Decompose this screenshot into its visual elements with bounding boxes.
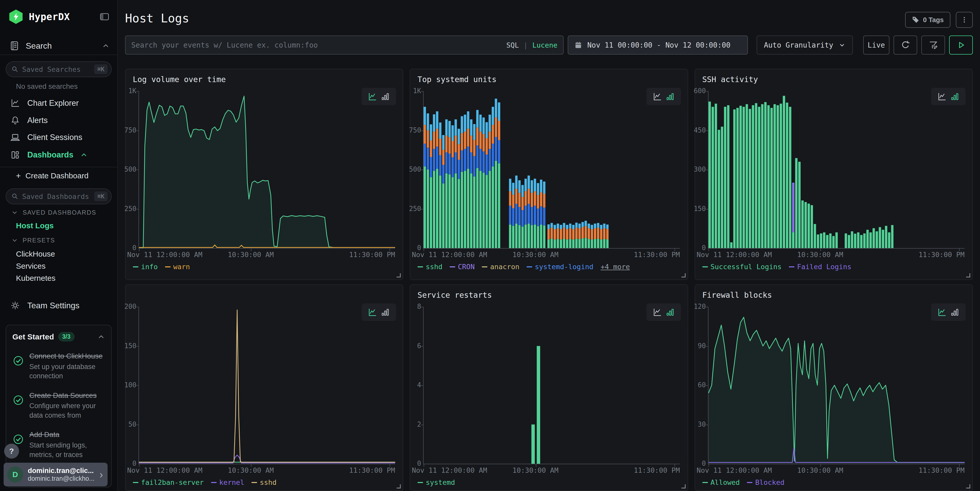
x-tick-label: 10:30:00 AM <box>797 251 843 259</box>
hyperdx-logo-icon <box>9 10 23 24</box>
chevron-down-icon <box>838 41 846 49</box>
legend-item[interactable]: CRON <box>450 263 474 271</box>
x-axis-labels: Nov 11 12:00:00 AM10:30:00 AM11:30:00 PM <box>708 466 964 475</box>
legend-more-link[interactable]: +4 more <box>601 263 630 271</box>
x-tick-label: 10:30:00 AM <box>512 466 558 474</box>
sidebar-item-dashboards[interactable]: Dashboards <box>10 147 110 163</box>
sidebar-item-search[interactable]: Search <box>9 38 110 53</box>
create-dashboard-label: Create Dashboard <box>25 172 89 180</box>
legend-item[interactable]: sshd <box>251 478 277 486</box>
chart-title: Top systemd units <box>417 75 496 84</box>
sidebar-item-label: Client Sessions <box>27 133 82 142</box>
filter-edit-icon <box>929 40 938 50</box>
section-presets[interactable]: PRESETS <box>11 237 110 244</box>
y-axis-labels: 1K7505002500 <box>126 91 137 248</box>
y-tick-mark <box>421 130 423 131</box>
user-email: dominic.tran@clickho... <box>28 475 95 482</box>
tags-button[interactable]: 0 Tags <box>905 12 950 28</box>
y-tick-mark <box>137 346 139 346</box>
get-started-item[interactable]: Connect to ClickHouse Set up your databa… <box>12 351 105 381</box>
legend-item[interactable]: systemd <box>417 478 455 486</box>
chart-plot[interactable] <box>708 307 964 464</box>
legend-item[interactable]: info <box>133 263 158 271</box>
legend-swatch <box>789 266 794 267</box>
y-tick-label: 150 <box>694 205 706 213</box>
resize-handle-icon[interactable] <box>966 484 970 488</box>
lucene-mode-toggle[interactable]: Lucene <box>532 41 557 49</box>
resize-handle-icon[interactable] <box>681 273 686 277</box>
legend-item[interactable]: Allowed <box>702 478 740 486</box>
legend-item[interactable]: Successful Logins <box>702 263 781 271</box>
create-dashboard-button[interactable]: + Create Dashboard <box>16 169 110 182</box>
legend-item[interactable]: anacron <box>482 263 519 271</box>
get-started-item[interactable]: Add Data Start sending logs, metrics, or… <box>12 430 105 459</box>
y-tick-mark <box>706 91 708 92</box>
chart-plot[interactable] <box>708 91 964 249</box>
refresh-button[interactable] <box>894 35 917 54</box>
chart-plot[interactable] <box>423 91 680 249</box>
chevron-up-icon[interactable] <box>102 42 110 50</box>
get-started-item[interactable]: Create Data Sources Configure where your… <box>12 391 105 420</box>
legend-item[interactable]: kernel <box>211 478 245 486</box>
sidebar-item-alerts[interactable]: Alerts <box>10 113 110 129</box>
chart-explorer-icon <box>10 98 21 108</box>
dashboard-menu-button[interactable] <box>956 12 973 28</box>
legend-item[interactable]: Failed Logins <box>789 263 851 271</box>
time-range-picker[interactable]: Nov 11 00:00:00 - Nov 12 00:00:00 <box>568 35 748 54</box>
plus-icon: + <box>16 171 21 181</box>
filter-button[interactable] <box>921 35 945 54</box>
x-axis-labels: Nov 11 12:00:00 AM10:30:00 AM11:30:00 PM <box>138 466 395 475</box>
search-section-icon <box>9 41 19 51</box>
x-tick-label: 11:30:00 PM <box>634 251 680 259</box>
chart-card-top-systemd-units: Top systemd units1K7505002500Nov 11 12:0… <box>410 69 688 280</box>
chart-legend: Successful LoginsFailed Logins <box>702 263 966 271</box>
sidebar-item-team-settings[interactable]: Team Settings <box>10 297 110 313</box>
resize-handle-icon[interactable] <box>966 273 970 277</box>
legend-label: anacron <box>490 263 519 271</box>
x-tick-label: Nov 11 12:00:00 AM <box>412 251 487 259</box>
shortcut-badge: ⌘K <box>94 191 108 201</box>
x-tick-label: Nov 11 12:00:00 AM <box>697 466 772 474</box>
granularity-select[interactable]: Auto Granularity <box>757 35 853 54</box>
legend-label: fail2ban-server <box>141 478 204 486</box>
get-started-item-title: Connect to ClickHouse <box>29 351 105 361</box>
run-query-button[interactable] <box>949 35 973 54</box>
live-button[interactable]: Live <box>863 35 889 54</box>
chevron-up-icon[interactable] <box>97 333 105 341</box>
chart-legend: fail2ban-serverkernelsshd <box>133 478 396 486</box>
chart-legend: infowarn <box>133 263 396 271</box>
resize-handle-icon[interactable] <box>396 484 401 488</box>
sidebar-item-kubernetes[interactable]: Kubernetes <box>16 274 110 283</box>
user-menu[interactable]: D dominic.tran@clic... dominic.tran@clic… <box>3 463 108 486</box>
legend-item[interactable]: Blocked <box>747 478 784 486</box>
x-tick-label: 11:30:00 PM <box>918 251 964 259</box>
chart-plot[interactable] <box>138 91 395 249</box>
check-circle-icon <box>12 351 24 381</box>
section-saved-dashboards[interactable]: SAVED DASHBOARDS <box>11 209 110 216</box>
legend-label: sshd <box>426 263 442 271</box>
legend-item[interactable]: sshd <box>417 263 442 271</box>
sidebar-item-clickhouse[interactable]: ClickHouse <box>16 249 110 258</box>
legend-item[interactable]: warn <box>165 263 190 271</box>
sidebar-item-client-sessions[interactable]: Client Sessions <box>10 129 110 145</box>
saved-searches-input[interactable]: Saved Searches ⌘K <box>6 61 112 77</box>
legend-item[interactable]: systemd-logind <box>527 263 593 271</box>
sidebar-item-host-logs[interactable]: Host Logs <box>16 221 110 230</box>
avatar: D <box>7 467 23 483</box>
resize-handle-icon[interactable] <box>396 273 401 277</box>
chart-plot[interactable] <box>138 307 395 464</box>
event-search-input[interactable]: Search your events w/ Lucene ex. column:… <box>125 35 563 54</box>
help-button[interactable]: ? <box>4 444 19 459</box>
sidebar-item-chart-explorer[interactable]: Chart Explorer <box>10 95 110 111</box>
legend-item[interactable]: fail2ban-server <box>133 478 204 486</box>
sidebar-item-services[interactable]: Services <box>16 262 110 270</box>
chevron-up-icon[interactable] <box>80 151 88 159</box>
saved-dashboards-input[interactable]: Saved Dashboards ⌘K <box>6 188 112 204</box>
get-started-header[interactable]: Get Started 3/3 <box>12 332 105 342</box>
sql-mode-toggle[interactable]: SQL <box>506 41 519 49</box>
resize-handle-icon[interactable] <box>681 484 686 488</box>
y-tick-mark <box>137 385 139 386</box>
collapse-sidebar-icon[interactable] <box>99 11 110 22</box>
chart-plot[interactable] <box>423 307 680 464</box>
x-axis-labels: Nov 11 12:00:00 AM10:30:00 AM11:30:00 PM <box>423 251 680 259</box>
